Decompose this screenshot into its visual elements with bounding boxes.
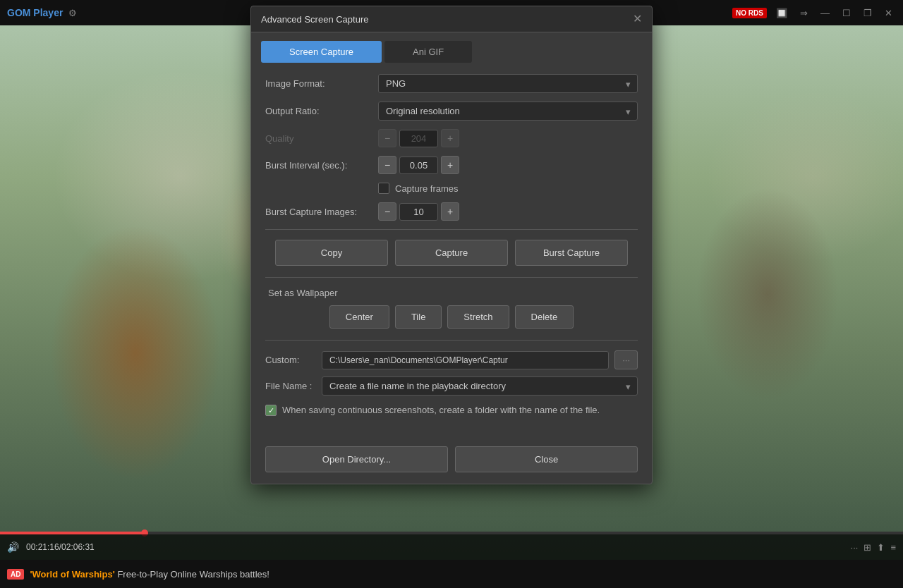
option-row: When saving continuous screenshots, crea…	[265, 404, 638, 417]
quality-increase-button[interactable]: +	[441, 129, 459, 147]
burst-images-decrease-button[interactable]: −	[378, 202, 396, 221]
dialog-titlebar: Advanced Screen Capture ✕	[251, 6, 652, 32]
output-ratio-label: Output Ratio:	[265, 106, 378, 116]
wallpaper-section-label: Set as Wallpaper	[265, 288, 638, 298]
image-format-select-wrapper: PNG JPG BMP	[378, 74, 638, 93]
browse-button[interactable]: ···	[614, 350, 638, 369]
filename-select-wrapper: Create a file name in the playback direc…	[322, 376, 638, 396]
capture-frames-row: Capture frames	[378, 183, 638, 194]
dialog-close-button[interactable]: ✕	[633, 13, 642, 25]
output-ratio-select[interactable]: Original resolution 50% 75%	[378, 102, 638, 121]
wallpaper-stretch-button[interactable]: Stretch	[447, 305, 509, 329]
burst-interval-spinner: − 0.05 +	[378, 156, 459, 174]
dialog-body: Image Format: PNG JPG BMP Output Ratio: …	[251, 63, 652, 439]
quality-spinner: − 204 +	[378, 129, 459, 147]
wallpaper-center-button[interactable]: Center	[329, 305, 389, 329]
burst-images-value: 10	[399, 203, 438, 221]
option-text: When saving continuous screenshots, crea…	[282, 404, 600, 417]
action-buttons: Copy Capture Burst Capture	[265, 240, 638, 266]
image-format-label: Image Format:	[265, 78, 378, 89]
burst-images-label: Burst Capture Images:	[265, 207, 378, 217]
image-format-row: Image Format: PNG JPG BMP	[265, 74, 638, 93]
output-ratio-select-wrapper: Original resolution 50% 75%	[378, 102, 638, 121]
wallpaper-buttons: Center Tile Stretch Delete	[265, 305, 638, 329]
wallpaper-tile-button[interactable]: Tile	[395, 305, 442, 329]
quality-row: Quality − 204 +	[265, 129, 638, 147]
dialog-tabs: Screen Capture Ani GIF	[251, 32, 652, 63]
close-dialog-button[interactable]: Close	[455, 446, 638, 472]
option-checkbox[interactable]	[265, 405, 277, 416]
copy-button[interactable]: Copy	[275, 240, 388, 266]
burst-interval-increase-button[interactable]: +	[441, 156, 459, 174]
quality-decrease-button[interactable]: −	[378, 129, 396, 147]
dialog-footer: Open Directory... Close	[251, 439, 652, 484]
wallpaper-delete-button[interactable]: Delete	[515, 305, 574, 329]
burst-images-row: Burst Capture Images: − 10 +	[265, 202, 638, 221]
custom-label: Custom:	[265, 355, 322, 365]
filename-label: File Name :	[265, 381, 322, 391]
dialog-title: Advanced Screen Capture	[261, 14, 368, 25]
divider-3	[265, 340, 638, 341]
filename-select[interactable]: Create a file name in the playback direc…	[322, 376, 638, 396]
quality-value: 204	[399, 130, 438, 147]
tab-screen-capture[interactable]: Screen Capture	[261, 41, 382, 63]
output-ratio-row: Output Ratio: Original resolution 50% 75…	[265, 102, 638, 121]
burst-capture-button[interactable]: Burst Capture	[515, 240, 628, 266]
custom-path-input[interactable]	[322, 351, 609, 369]
custom-path-row: Custom: ···	[265, 350, 638, 369]
capture-button[interactable]: Capture	[395, 240, 508, 266]
divider-2	[265, 277, 638, 278]
burst-images-increase-button[interactable]: +	[441, 202, 459, 221]
burst-interval-decrease-button[interactable]: −	[378, 156, 396, 174]
filename-row: File Name : Create a file name in the pl…	[265, 376, 638, 396]
divider-1	[265, 229, 638, 230]
advanced-screen-capture-dialog: Advanced Screen Capture ✕ Screen Capture…	[250, 6, 653, 484]
dialog-overlay: Advanced Screen Capture ✕ Screen Capture…	[0, 0, 903, 588]
burst-interval-label: Burst Interval (sec.):	[265, 160, 378, 171]
burst-images-spinner: − 10 +	[378, 202, 459, 221]
burst-interval-row: Burst Interval (sec.): − 0.05 +	[265, 156, 638, 174]
capture-frames-checkbox[interactable]	[378, 183, 389, 194]
image-format-select[interactable]: PNG JPG BMP	[378, 74, 638, 93]
capture-frames-label: Capture frames	[395, 183, 459, 194]
burst-interval-value: 0.05	[399, 157, 438, 174]
tab-ani-gif[interactable]: Ani GIF	[384, 41, 472, 63]
quality-label: Quality	[265, 133, 378, 144]
open-directory-button[interactable]: Open Directory...	[265, 446, 448, 472]
